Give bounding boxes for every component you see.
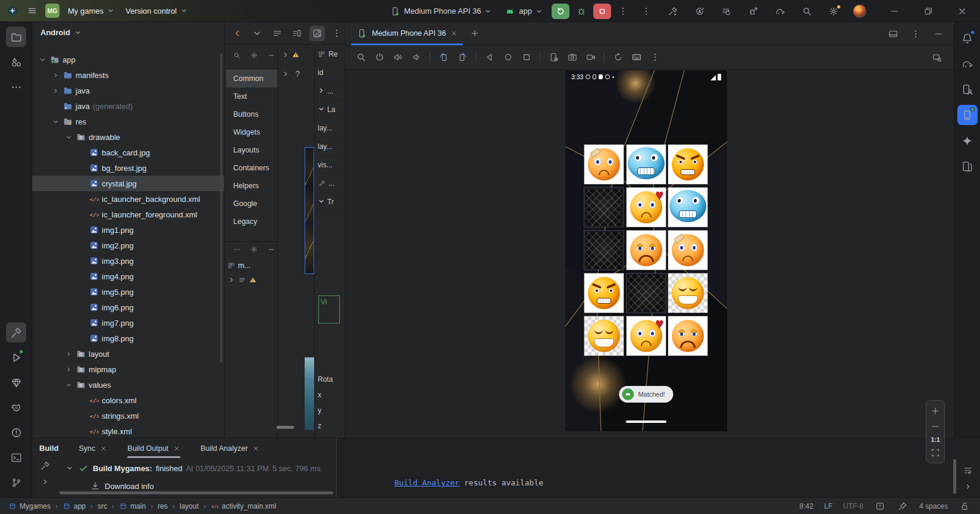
attribute-row[interactable]: Re: [315, 45, 345, 64]
power-button[interactable]: [372, 50, 387, 65]
tree-row-mipmap[interactable]: mipmap: [32, 362, 224, 377]
card-frozen[interactable]: [627, 145, 666, 184]
project-selector[interactable]: My games: [65, 4, 117, 18]
card-frozen[interactable]: [668, 188, 707, 227]
logcat-tool-button[interactable]: [6, 397, 26, 418]
attribute-row[interactable]: lay...: [315, 119, 345, 138]
chevron-down-icon[interactable]: [65, 464, 74, 472]
build-hammer-tool-button[interactable]: [6, 322, 26, 342]
home-indicator[interactable]: [626, 420, 666, 423]
chevron-right-icon[interactable]: [281, 51, 290, 59]
lock-open-icon[interactable]: [959, 500, 970, 512]
more-vertical-button[interactable]: [909, 27, 923, 41]
design-hscrollbar[interactable]: [277, 426, 294, 429]
gradle-tool-button[interactable]: [957, 54, 978, 74]
nav-overview-button[interactable]: [519, 50, 534, 65]
tree-row-img2-png[interactable]: img2.png: [32, 238, 224, 253]
device-manager-tool-button[interactable]: [957, 79, 978, 99]
transform-field[interactable]: y: [315, 403, 345, 418]
build-result-row[interactable]: Build Mygames: finished At 01/05/2025 11…: [65, 462, 321, 474]
chevron-down-icon[interactable]: [318, 198, 325, 207]
tree-row-crystal-jpg[interactable]: crystal.jpg: [32, 176, 224, 191]
search-button[interactable]: [353, 50, 368, 65]
card-face-down[interactable]: [584, 188, 624, 227]
chevron-right-icon[interactable]: [51, 71, 60, 79]
chevron-right-icon[interactable]: [64, 365, 73, 373]
gemini-tool-button[interactable]: [957, 130, 978, 151]
download-info-row[interactable]: Download info: [89, 480, 154, 492]
card-sad-bandage[interactable]: [584, 145, 624, 184]
volume-down-button[interactable]: [409, 50, 424, 65]
build-filter-icon[interactable]: [39, 460, 51, 472]
tree-row-ic-launcher-foreground-xml[interactable]: </>ic_launcher_foreground.xml: [32, 207, 224, 222]
tree-row-drawable[interactable]: drawable: [32, 129, 224, 145]
card-heartbroken[interactable]: [627, 188, 666, 227]
rotate-right-button[interactable]: [455, 50, 469, 65]
run-tasks-button[interactable]: [719, 4, 734, 18]
vcs-widget[interactable]: Version control: [123, 4, 190, 18]
soft-wrap-icon[interactable]: [962, 465, 974, 476]
soft-keyboard-button[interactable]: [629, 50, 644, 65]
device-explorer-tool-button[interactable]: [957, 156, 978, 176]
tree-row-layout[interactable]: layout: [32, 346, 224, 362]
run-config-selector[interactable]: app: [500, 4, 547, 19]
tree-row-java[interactable]: java(generated): [32, 98, 224, 114]
card-angry[interactable]: [584, 273, 624, 313]
settings-button[interactable]: [826, 4, 841, 18]
phone-settings-button[interactable]: [546, 50, 561, 65]
palette-category-containers[interactable]: Containers: [226, 159, 277, 177]
nav-home-button[interactable]: [500, 50, 515, 65]
breadcrumb-item-main[interactable]: main: [119, 502, 146, 510]
close-icon[interactable]: [450, 29, 458, 38]
caret-position[interactable]: 8:42: [800, 502, 813, 510]
card-angry[interactable]: [668, 145, 707, 184]
palette-category-text[interactable]: Text: [226, 88, 277, 105]
zoom-fit-icon[interactable]: [929, 447, 941, 459]
tree-row-img1-png[interactable]: img1.png: [32, 222, 224, 238]
breadcrumb-item-mygames[interactable]: Mygames: [8, 502, 51, 510]
build-tab-build-analyzer[interactable]: Build Analyzer: [201, 438, 259, 458]
chevron-right-icon[interactable]: [281, 70, 290, 78]
build-tab-sync[interactable]: Sync: [79, 438, 108, 458]
notifications-tool-button[interactable]: [957, 28, 978, 48]
attribute-row[interactable]: La: [315, 101, 345, 119]
resource-manager-tool-button[interactable]: [6, 52, 26, 72]
tree-row-style-xml[interactable]: </>style.xml: [32, 423, 224, 439]
palette-category-layouts[interactable]: Layouts: [226, 141, 277, 159]
phone-screen[interactable]: 3:33 Matched!: [565, 70, 727, 431]
tree-row-bg-forest-jpg[interactable]: bg_forest.jpg: [32, 160, 224, 176]
tree-row-img7-png[interactable]: img7.png: [32, 315, 224, 331]
search-button[interactable]: [231, 49, 242, 61]
chevron-down-icon[interactable]: [38, 55, 46, 64]
debug-attach-button[interactable]: [746, 4, 760, 18]
new-tab-button[interactable]: [468, 26, 482, 41]
minimize-button[interactable]: [887, 4, 901, 18]
rerun-button[interactable]: [552, 4, 569, 19]
tree-row-values[interactable]: values: [32, 377, 224, 392]
build-hscrollbar[interactable]: [60, 491, 333, 494]
line-separator[interactable]: LF: [824, 502, 832, 510]
hide-button[interactable]: [266, 244, 277, 256]
hide-button[interactable]: [931, 27, 945, 41]
zoom-ratio[interactable]: 1:1: [931, 436, 940, 443]
tree-row-res[interactable]: res: [32, 114, 224, 129]
more-vertical-button[interactable]: [639, 4, 653, 18]
tree-row-strings-xml[interactable]: </>strings.xml: [32, 408, 224, 423]
attribute-row[interactable]: lay...: [315, 138, 345, 156]
tree-row-img4-png[interactable]: img4.png: [32, 269, 224, 284]
code-view-button[interactable]: [270, 26, 285, 41]
chevron-down-icon[interactable]: [64, 133, 73, 141]
device-selector[interactable]: Medium Phone API 36: [386, 4, 496, 19]
attribute-row[interactable]: ...: [315, 175, 345, 193]
search-button[interactable]: [800, 4, 814, 18]
more-vertical-button[interactable]: [647, 50, 662, 65]
apply-changes-button[interactable]: [693, 4, 707, 18]
palette-category-legacy[interactable]: Legacy: [226, 213, 277, 230]
chevron-right-icon[interactable]: [964, 482, 972, 491]
palette-category-google[interactable]: Google: [226, 195, 277, 213]
close-icon[interactable]: [173, 445, 180, 452]
window-layout-button[interactable]: [886, 27, 900, 41]
attribute-row[interactable]: id: [315, 64, 345, 82]
tree-row-app[interactable]: app: [32, 52, 224, 67]
run-play-tool-button[interactable]: [6, 347, 26, 367]
